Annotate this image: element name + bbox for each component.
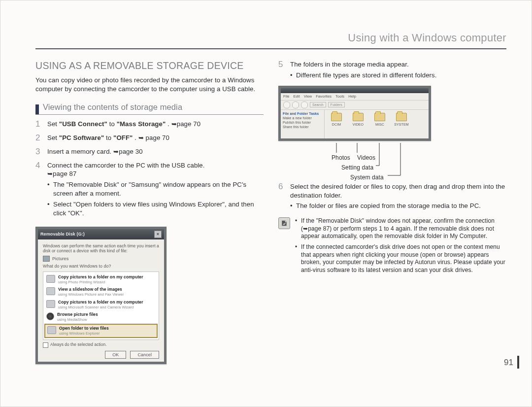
step-6-sub-1: The folder or files are copied from the … — [290, 202, 506, 210]
option-title: Copy pictures to a folder on my computer — [58, 300, 143, 305]
always-label: Always do the selected action. — [50, 342, 107, 347]
folder-video: VIDEO — [349, 113, 367, 127]
explorer-content: DCIM VIDEO MISC SYSTEM — [325, 110, 429, 138]
menu-item: Help — [348, 94, 356, 99]
page-reference: ➥page 87 — [47, 170, 76, 177]
note-icon — [278, 217, 290, 229]
menu-item: Edit — [294, 94, 300, 99]
note-item-1: If the "Removable Disk" window does not … — [295, 217, 506, 240]
folder-dcim: DCIM — [328, 113, 345, 127]
dialog-title: Removable Disk (G:) — [40, 231, 85, 237]
manual-page: Using with a Windows computer USING AS A… — [0, 0, 532, 407]
option-icon — [47, 326, 56, 334]
autoplay-dialog-screenshot: Removable Disk (G:) × Windows can perfor… — [35, 227, 166, 364]
option-icon — [46, 300, 55, 308]
explorer-toolbar: Search Folders — [281, 101, 429, 110]
step-bold: "Mass Storage" — [117, 120, 166, 128]
option-sub: using Windows Picture and Fax Viewer — [58, 292, 124, 297]
section-heading: USING AS A REMOVABLE STORAGE DEVICE — [35, 59, 264, 72]
running-head-rule — [35, 48, 506, 49]
page-number: 91 — [504, 356, 519, 369]
explorer-titlebar — [281, 88, 429, 93]
step-number: 4 — [35, 161, 42, 220]
option-sub: using Photo Printing Wizard — [58, 280, 105, 284]
step-4-sub-1: The "Removable Disk" or "Samsung" window… — [47, 180, 264, 198]
step-number: 1 — [35, 120, 42, 129]
folder-label: SYSTEM — [394, 122, 408, 127]
option-title: Browse picture files — [57, 312, 98, 317]
step-5: 5 The folders in the storage media appea… — [278, 60, 506, 82]
dialog-lead-text: Windows can perform the same action each… — [43, 243, 159, 254]
step-text: The folders in the storage media appear. — [290, 61, 409, 68]
back-icon — [283, 102, 290, 108]
explorer-screenshot: File Edit View Favorites Tools Help Sear… — [278, 86, 431, 141]
step-text: to — [106, 134, 113, 141]
folder-label: MISC — [375, 122, 384, 127]
step-text: Set — [47, 120, 59, 128]
step-text: to — [109, 120, 117, 128]
step-text: Select the desired folder or files to co… — [290, 183, 505, 199]
folder-label: DCIM — [332, 122, 341, 127]
subsection-heading: Viewing the contents of storage media — [35, 102, 264, 115]
step-6: 6 Select the desired folder or files to … — [278, 182, 506, 212]
callout-videos: Videos — [357, 154, 375, 162]
dialog-option-list: Copy pictures to a folder on my computer… — [43, 271, 159, 340]
right-column: 5 The folders in the storage media appea… — [278, 59, 506, 376]
explorer-sidebar: File and Folder Tasks Make a new folder … — [281, 110, 325, 138]
sidebar-item: Share this folder — [283, 125, 309, 129]
step-number: 6 — [278, 182, 285, 212]
folder-system: SYSTEM — [393, 113, 410, 127]
page-reference: ➥page 30 — [113, 148, 142, 155]
folder-icon — [374, 113, 385, 121]
note-item-2: If the connected camcorder's disk drive … — [295, 243, 506, 274]
pictures-icon — [43, 256, 50, 262]
option-icon — [46, 312, 54, 320]
folder-icon — [396, 113, 407, 121]
step-text: . — [134, 134, 138, 141]
step-number: 2 — [35, 134, 42, 142]
step-number: 3 — [35, 147, 42, 156]
close-icon: × — [154, 231, 162, 238]
explorer-menubar: File Edit View Favorites Tools Help — [281, 93, 429, 101]
callout-system-data: System data — [350, 173, 384, 181]
sidebar-item: Publish this folder — [283, 121, 311, 124]
subsection-heading-text: Viewing the contents of storage media — [43, 102, 182, 112]
step-bold: "OFF" — [113, 134, 133, 141]
option-title: Copy pictures to a folder on my computer — [58, 274, 143, 279]
ok-button: OK — [105, 351, 126, 359]
callout-photos: Photos — [332, 154, 350, 162]
folder-callouts: Photos Videos Setting data System data — [278, 143, 426, 181]
sidebar-item: Make a new folder — [283, 116, 312, 120]
option-icon — [46, 287, 55, 295]
menu-item: View — [304, 94, 312, 99]
page-reference: ➥page 70 — [171, 120, 200, 128]
menu-item: Favorites — [316, 94, 332, 99]
folders-button: Folders — [328, 102, 345, 107]
step-bold: "PC Software" — [59, 134, 104, 141]
option-sub: using Microsoft Scanner and Camera Wizar… — [58, 305, 133, 309]
page-reference: ➥ page 70 — [138, 134, 169, 141]
folder-icon — [353, 113, 364, 121]
section-intro: You can copy video or photo files record… — [35, 76, 264, 94]
menu-item: File — [283, 94, 290, 99]
step-1: 1 Set "USB Connect" to "Mass Storage" . … — [35, 120, 264, 129]
step-3: 3 Insert a memory card. ➥page 30 — [35, 147, 264, 156]
step-text: Connect the camcorder to the PC with the… — [47, 162, 205, 169]
option-sub: using MediaShow — [57, 317, 87, 322]
step-bold: "USB Connect" — [59, 120, 107, 128]
running-head: Using with a Windows computer — [35, 31, 506, 49]
step-text: Insert a memory card. — [47, 148, 113, 155]
step-5-sub-1: Different file types are stored in diffe… — [290, 71, 506, 80]
step-text: Set — [47, 134, 59, 141]
up-icon — [301, 102, 308, 108]
left-column: USING AS A REMOVABLE STORAGE DEVICE You … — [35, 59, 264, 376]
dialog-question: What do you want Windows to do? — [43, 264, 159, 270]
folder-misc: MISC — [371, 113, 389, 127]
menu-item: Tools — [335, 94, 344, 99]
callout-setting-data: Setting data — [341, 164, 373, 171]
cancel-button: Cancel — [130, 351, 159, 359]
option-title: Open folder to view files — [59, 326, 109, 331]
checkbox-icon — [43, 342, 48, 348]
search-button: Search — [310, 102, 326, 107]
option-title: View a slideshow of the images — [58, 287, 122, 292]
